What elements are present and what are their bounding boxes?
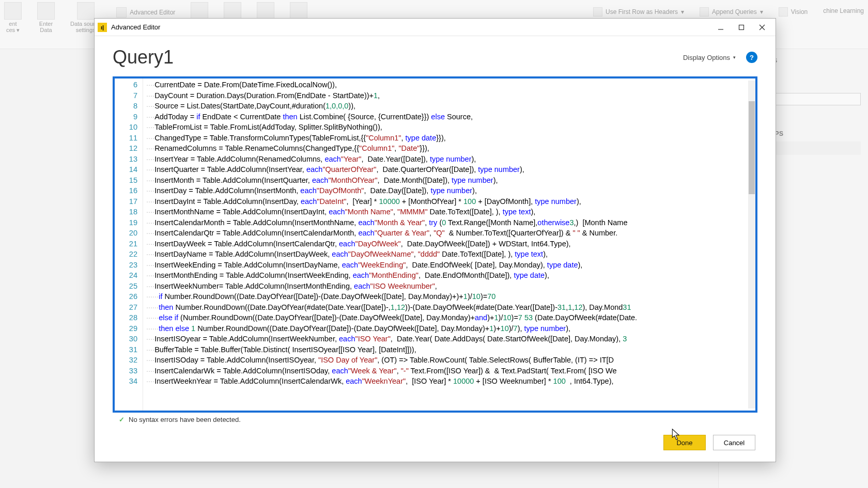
done-button[interactable]: Done [663, 435, 706, 450]
minimize-button[interactable] [710, 20, 731, 35]
power-bi-icon: ı| [98, 23, 107, 32]
svg-rect-1 [739, 25, 744, 29]
query-name-heading: Query1 [113, 46, 683, 68]
code-content[interactable]: ····CurrentDate = Date.From(DateTime.Fix… [143, 78, 755, 411]
code-editor[interactable]: 6789101112131415161718192021222324252627… [113, 76, 757, 413]
editor-scrollbar[interactable] [748, 81, 755, 408]
syntax-status-row: ✓ No syntax errors have been detected. [113, 413, 757, 426]
advanced-editor-dialog: ı| Advanced Editor Query1 Display Option… [94, 18, 776, 462]
help-button[interactable]: ? [746, 52, 757, 63]
scrollbar-thumb[interactable] [749, 101, 755, 194]
dialog-titlebar: ı| Advanced Editor [95, 19, 776, 36]
cancel-button[interactable]: Cancel [713, 435, 755, 450]
syntax-status-text: No syntax errors have been detected. [129, 416, 241, 423]
maximize-button[interactable] [731, 20, 752, 35]
check-icon: ✓ [119, 416, 125, 423]
line-number-gutter: 6789101112131415161718192021222324252627… [115, 78, 143, 411]
close-button[interactable] [752, 20, 772, 35]
dialog-title-text: Advanced Editor [111, 23, 160, 31]
display-options-dropdown[interactable]: Display Options [683, 54, 736, 61]
